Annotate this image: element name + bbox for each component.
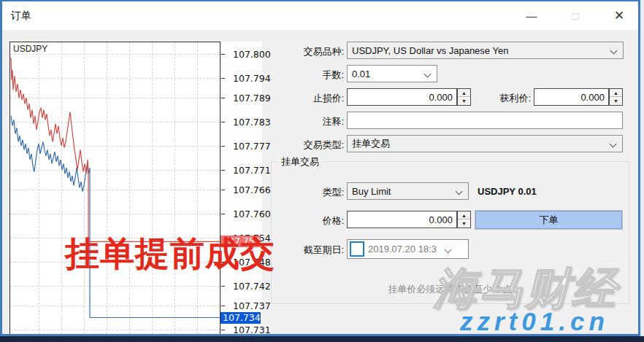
scale-tick bbox=[221, 122, 225, 123]
volume-label: 手数: bbox=[272, 69, 344, 82]
price-scale-label: 107.766 bbox=[233, 184, 268, 195]
pending-type-value: Buy Limit bbox=[352, 186, 391, 197]
pending-type-label: 类型: bbox=[272, 186, 344, 199]
scale-tick bbox=[221, 190, 225, 190]
volume-combobox[interactable]: 0.01 bbox=[347, 65, 437, 82]
scale-tick bbox=[221, 54, 225, 55]
pending-type-combobox[interactable]: Buy Limit bbox=[347, 182, 469, 200]
spinner-down-icon[interactable]: ▼ bbox=[610, 97, 622, 105]
expiry-value: 2019.07.20 18:3 bbox=[368, 244, 437, 254]
symbol-combobox[interactable]: USDJPY, US Dollar vs Japanese Yen bbox=[347, 42, 624, 59]
scale-tick bbox=[221, 286, 225, 287]
stoploss-input[interactable] bbox=[347, 88, 457, 106]
pending-order-group-title: 挂单交易 bbox=[277, 155, 323, 168]
pending-summary-text: USDJPY 0.01 bbox=[478, 186, 537, 197]
price-scale-label: 107.783 bbox=[233, 117, 268, 128]
chart-price-scale: 107.800107.794107.789107.783107.777107.7… bbox=[221, 42, 262, 335]
price-spinner[interactable]: ▲ ▼ bbox=[457, 211, 471, 228]
stoploss-label: 止损价: bbox=[272, 92, 344, 105]
close-button[interactable]: ✕ bbox=[602, 1, 636, 30]
chart-plot-area: USDJPY bbox=[9, 42, 221, 335]
symbol-label: 交易品种: bbox=[272, 45, 344, 58]
spinner-down-icon[interactable]: ▼ bbox=[458, 219, 470, 228]
window-title: 订单 bbox=[11, 9, 31, 23]
price-scale-label: 107.737 bbox=[233, 300, 268, 311]
order-type-label: 交易类型: bbox=[272, 139, 344, 152]
scale-tick bbox=[221, 214, 225, 214]
minimize-button[interactable]: — bbox=[515, 1, 548, 30]
site-watermark: zzrt01.cn bbox=[460, 307, 609, 336]
expiry-label: 截至期日: bbox=[272, 244, 344, 257]
scale-tick bbox=[221, 78, 225, 79]
chart-annotation-text: 挂单提前成交 bbox=[65, 231, 275, 277]
chevron-down-icon bbox=[610, 47, 618, 55]
price-scale-label: 107.731 bbox=[233, 324, 268, 335]
spinner-up-icon[interactable]: ▲ bbox=[458, 211, 470, 219]
scale-tick bbox=[221, 306, 225, 306]
volume-value: 0.01 bbox=[352, 69, 370, 79]
takeprofit-spinner[interactable]: ▲ ▼ bbox=[609, 88, 623, 106]
scale-tick bbox=[221, 146, 225, 147]
order-type-value: 挂单交易 bbox=[352, 137, 390, 150]
price-scale-label: 107.777 bbox=[233, 141, 268, 152]
comment-label: 注释: bbox=[272, 115, 344, 128]
scale-tick bbox=[221, 170, 225, 171]
scale-tick bbox=[221, 330, 225, 330]
price-scale-label: 107.800 bbox=[233, 49, 268, 60]
title-bar: 订单 — □ ✕ bbox=[2, 1, 638, 30]
bid-price-tag: 107.734 bbox=[221, 312, 261, 324]
order-type-combobox[interactable]: 挂单交易 bbox=[347, 135, 623, 152]
place-order-button[interactable]: 下单 bbox=[475, 211, 622, 229]
spinner-up-icon[interactable]: ▲ bbox=[610, 89, 622, 97]
chevron-down-icon bbox=[610, 141, 617, 148]
price-scale-label: 107.789 bbox=[233, 93, 268, 104]
ask-line bbox=[11, 58, 220, 241]
takeprofit-input[interactable] bbox=[534, 88, 609, 106]
comment-input[interactable] bbox=[347, 112, 623, 129]
chevron-down-icon bbox=[445, 246, 452, 254]
symbol-value: USDJPY, US Dollar vs Japanese Yen bbox=[352, 45, 508, 56]
price-scale-label: 107.794 bbox=[233, 73, 268, 84]
chart-symbol-label: USDJPY bbox=[13, 44, 47, 54]
chevron-down-icon bbox=[456, 188, 463, 195]
price-scale-label: 107.760 bbox=[233, 209, 268, 219]
scale-tick bbox=[221, 98, 225, 98]
bid-line bbox=[11, 116, 220, 318]
price-input[interactable] bbox=[347, 211, 457, 228]
price-series bbox=[10, 42, 220, 334]
price-scale-label: 107.742 bbox=[233, 281, 268, 292]
tick-chart: USDJPY 107.800107.794107.789107.783107.7… bbox=[9, 42, 262, 335]
maximize-button: □ bbox=[559, 1, 592, 30]
takeprofit-label: 获利价: bbox=[459, 92, 531, 105]
price-label: 价格: bbox=[272, 214, 344, 228]
window-edge bbox=[640, 0, 644, 336]
expiry-checkbox[interactable] bbox=[350, 241, 364, 257]
price-scale-label: 107.771 bbox=[233, 165, 268, 176]
expiry-datebox[interactable]: 2019.07.20 18:3 bbox=[347, 239, 469, 259]
chevron-down-icon bbox=[424, 71, 432, 78]
